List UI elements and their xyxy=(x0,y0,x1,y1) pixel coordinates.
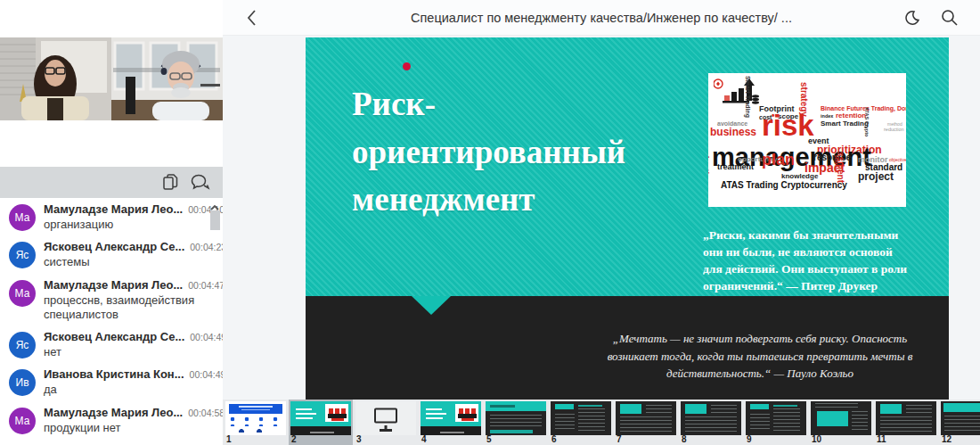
wordcloud-word: evaluation xyxy=(708,141,709,185)
chat-timestamp: 00:04:49 xyxy=(190,369,223,380)
files-icon[interactable] xyxy=(163,174,178,191)
chat-message[interactable]: ИвИванова Кристина Кон...00:04:49да xyxy=(0,363,223,400)
chat-message-text: да xyxy=(44,383,198,397)
wordcloud-word: Smart Trading xyxy=(821,120,869,128)
chat-message[interactable]: ЯсЯсковец Александр Се...00:04:23системы xyxy=(0,235,223,273)
wordcloud-word: project xyxy=(858,171,894,182)
page-title: Специалист по менеджменту качества/Инжен… xyxy=(223,0,980,36)
avatar: Ив xyxy=(9,369,36,396)
thumbnail-preview xyxy=(746,401,806,435)
scroll-up-icon[interactable] xyxy=(209,200,220,209)
risk-wordcloud-image: Smart TradingFootprintcost•scopestrategy… xyxy=(708,73,906,207)
chat-message[interactable]: ЯсЯсковец Александр Се...00:04:49нет xyxy=(0,326,223,363)
chat-panel: МаМамуладзе Мария Лео...00:04:10организа… xyxy=(0,198,223,445)
search-icon[interactable] xyxy=(940,8,959,27)
thumbnail-number: 2 xyxy=(291,434,297,444)
thumbnail-preview xyxy=(876,401,936,435)
topbar: Специалист по менеджменту качества/Инжен… xyxy=(223,0,980,36)
main-area: Специалист по менеджменту качества/Инжен… xyxy=(223,0,980,445)
chat-icon[interactable] xyxy=(191,174,210,191)
thumbnail-preview xyxy=(616,401,676,435)
avatar: Ма xyxy=(9,408,36,434)
laser-pointer-dot xyxy=(403,62,411,70)
slide-thumbnail-4[interactable]: 4 xyxy=(419,400,483,445)
thumbnail-preview xyxy=(681,401,741,435)
thumbnail-preview xyxy=(811,401,871,435)
thumbnail-number: 7 xyxy=(617,434,622,444)
chat-message-text: нет xyxy=(44,345,198,359)
participant-video-1[interactable] xyxy=(0,37,111,120)
wordcloud-word: ATAS Trading Cryptocurrency xyxy=(721,181,847,190)
chat-message[interactable]: МаМамуладзе Мария Лео...00:04:10организа… xyxy=(0,198,223,235)
chat-timestamp: 00:04:23 xyxy=(190,242,223,252)
slide-thumbnail-3[interactable]: 3 xyxy=(354,400,418,445)
wordcloud-word: ssment xyxy=(836,152,845,183)
sidebar-toolbar xyxy=(0,167,223,198)
chat-message-text: продукции нет xyxy=(44,421,198,435)
coelho-quote: „Мечтать — не значит подвергать себя рис… xyxy=(596,330,924,383)
wordcloud-word: ATAS Crypto xyxy=(864,107,870,136)
thumbnail-number: 4 xyxy=(421,434,427,444)
slide-thumbnail-7[interactable]: 7 xyxy=(614,400,678,445)
chart-growth-icon xyxy=(714,77,760,107)
wordcloud-word: reduction xyxy=(884,128,904,133)
chat-sender-name: Мамуладзе Мария Лео... xyxy=(44,278,183,292)
slide-thumbnail-5[interactable]: 5 xyxy=(484,400,548,445)
chat-message-text: процесснв, взаимодействия специалистов xyxy=(44,293,198,323)
slide-thumbnail-6[interactable]: 6 xyxy=(549,400,613,445)
participant-2-webcam xyxy=(111,37,223,120)
thumbnail-number: 3 xyxy=(356,434,362,444)
chat-message[interactable]: МаМамуладзе Мария Лео...00:04:58продукци… xyxy=(0,401,223,439)
slide-thumbnail-12[interactable]: 12 xyxy=(939,400,980,445)
slide-thumbnail-1[interactable]: 1 xyxy=(224,400,288,445)
participant-video-2[interactable] xyxy=(111,37,223,120)
chat-message-body: Мамуладзе Мария Лео...00:04:10организаци… xyxy=(44,202,198,232)
chat-timestamp: 00:04:49 xyxy=(190,332,223,342)
drucker-quote: „Риски, какими бы значительными они ни б… xyxy=(703,227,910,295)
chat-timestamp: 00:04:58 xyxy=(188,408,223,418)
thumbnail-number: 5 xyxy=(486,434,492,444)
wordcloud-word: retention xyxy=(836,112,866,119)
chat-sender-name: Иванова Кристина Кон... xyxy=(44,367,184,381)
slide-thumbnail-2[interactable]: 2 xyxy=(289,400,353,445)
slide-filmstrip: 1 2 3 4 5 6 7 8 xyxy=(223,400,980,445)
thumbnail-number: 10 xyxy=(812,434,821,444)
slide-thumbnail-10[interactable]: 10 xyxy=(809,400,873,445)
slide-title: Риск- ориентированный менеджмент xyxy=(352,80,625,224)
chat-message-text: организацию xyxy=(44,218,198,232)
chat-message[interactable]: МаМамуладзе Мария Лео...00:07:24мы xyxy=(0,439,223,445)
thumbnail-number: 12 xyxy=(942,434,951,444)
chat-message-body: Ясковец Александр Се...00:04:49нет xyxy=(44,330,198,359)
dark-mode-icon[interactable] xyxy=(903,9,921,27)
avatar: Яс xyxy=(9,332,36,358)
thumbnail-preview xyxy=(225,401,286,435)
chat-message-body: Иванова Кристина Кон...00:04:49да xyxy=(44,367,198,397)
thumbnail-preview xyxy=(421,401,481,435)
webinar-app: МаМамуладзе Мария Лео...00:04:10организа… xyxy=(0,0,980,445)
wordcloud-word: index xyxy=(821,114,833,119)
thumbnail-preview xyxy=(290,401,351,435)
chat-message[interactable]: МаМамуладзе Мария Лео...00:04:47процессн… xyxy=(0,274,223,326)
avatar: Яс xyxy=(9,242,36,268)
chat-sender-name: Мамуладзе Мария Лео... xyxy=(44,406,183,419)
thumbnail-preview xyxy=(486,401,546,435)
chat-scrollbar-thumb[interactable] xyxy=(210,210,220,230)
chat-message-body: Ясковец Александр Се...00:04:23системы xyxy=(44,240,198,269)
slide-thumbnail-9[interactable]: 9 xyxy=(744,400,808,445)
chat-sender-name: Ясковец Александр Се... xyxy=(44,240,184,253)
wordcloud-word: plan xyxy=(762,152,795,168)
slide-notch xyxy=(412,296,451,315)
thumbnail-preview xyxy=(941,401,980,435)
slide-thumbnail-8[interactable]: 8 xyxy=(679,400,743,445)
chat-sender-name: Ясковец Александр Се... xyxy=(44,330,184,343)
thumbnail-number: 9 xyxy=(747,434,752,444)
wordcloud-word: treatment xyxy=(717,163,754,171)
avatar: Ма xyxy=(9,280,36,307)
thumbnail-number: 6 xyxy=(551,434,557,444)
chat-message-body: Мамуладзе Мария Лео...00:04:47процесснв,… xyxy=(44,278,198,323)
slide-thumbnail-11[interactable]: 11 xyxy=(874,400,938,445)
presentation-slide[interactable]: Риск- ориентированный менеджмент xyxy=(306,37,949,400)
wordcloud-word: risk xyxy=(762,111,814,140)
chat-message-body: Мамуладзе Мария Лео...00:04:58продукции … xyxy=(44,406,198,435)
thumbnail-number: 8 xyxy=(682,434,687,444)
